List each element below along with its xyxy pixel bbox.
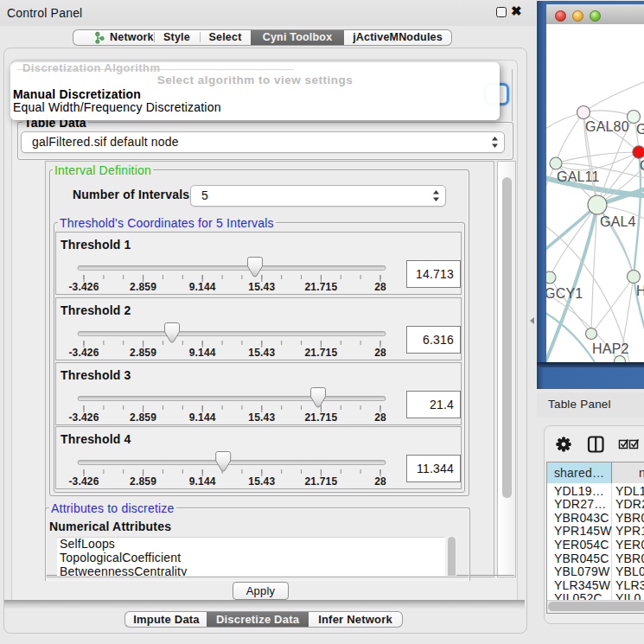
svg-text:9.144: 9.144 <box>189 411 216 424</box>
svg-text:-3.426: -3.426 <box>68 281 99 293</box>
svg-text:9.144: 9.144 <box>189 281 216 293</box>
svg-text:15.43: 15.43 <box>248 411 275 424</box>
svg-text:9.144: 9.144 <box>189 347 216 359</box>
svg-text:15.43: 15.43 <box>248 475 275 488</box>
svg-text:21.715: 21.715 <box>304 411 337 424</box>
svg-text:2.859: 2.859 <box>130 281 156 293</box>
svg-text:H: H <box>636 284 644 298</box>
svg-text:-3.426: -3.426 <box>68 475 99 488</box>
svg-text:2.859: 2.859 <box>130 475 156 488</box>
svg-text:HAP2: HAP2 <box>592 341 629 356</box>
svg-text:21.715: 21.715 <box>304 347 337 359</box>
svg-text:GCY1: GCY1 <box>546 286 583 301</box>
svg-text:15.43: 15.43 <box>248 347 275 359</box>
svg-text:21.715: 21.715 <box>304 281 337 293</box>
svg-text:GAL4: GAL4 <box>600 214 636 229</box>
svg-text:-3.426: -3.426 <box>68 347 99 359</box>
svg-text:21.715: 21.715 <box>304 475 337 488</box>
svg-text:-3.426: -3.426 <box>68 411 99 424</box>
svg-text:9.144: 9.144 <box>189 475 216 488</box>
svg-text:2.859: 2.859 <box>130 347 156 359</box>
svg-text:28: 28 <box>374 281 386 293</box>
svg-text:GA: GA <box>636 122 644 137</box>
svg-text:28: 28 <box>374 411 386 424</box>
svg-text:28: 28 <box>374 475 386 488</box>
svg-text:GAL11: GAL11 <box>557 169 600 184</box>
svg-text:2.859: 2.859 <box>130 411 156 424</box>
svg-text:GAL80: GAL80 <box>585 119 629 134</box>
svg-text:28: 28 <box>374 347 386 359</box>
svg-text:15.43: 15.43 <box>248 281 275 293</box>
svg-text:CY: CY <box>640 158 644 173</box>
